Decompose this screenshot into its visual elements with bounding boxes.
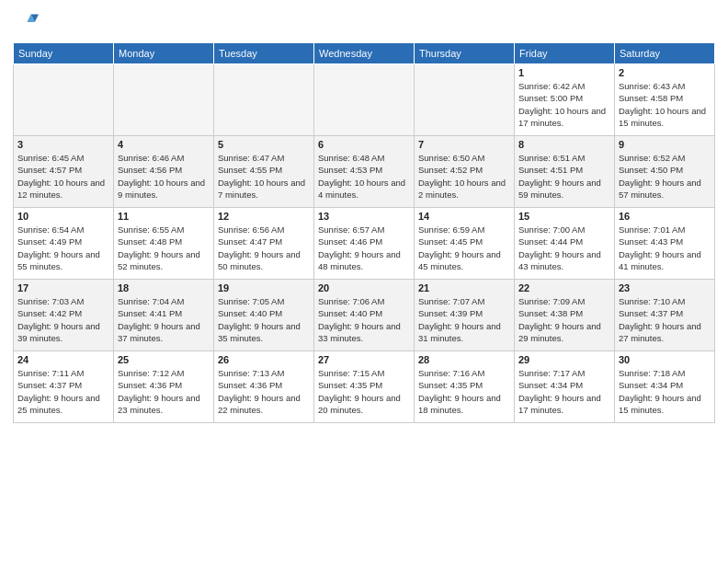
- day-number: 2: [619, 67, 711, 78]
- calendar-cell: [114, 64, 214, 136]
- day-header-friday: Friday: [515, 43, 615, 64]
- day-info: Sunrise: 6:50 AMSunset: 4:52 PMDaylight:…: [418, 152, 510, 201]
- day-info: Sunrise: 7:15 AMSunset: 4:35 PMDaylight:…: [318, 367, 410, 416]
- calendar-cell: 8Sunrise: 6:51 AMSunset: 4:51 PMDaylight…: [515, 136, 615, 208]
- calendar-cell: 17Sunrise: 7:03 AMSunset: 4:42 PMDayligh…: [14, 280, 114, 351]
- day-info: Sunrise: 7:04 AMSunset: 4:41 PMDaylight:…: [118, 295, 210, 344]
- day-info: Sunrise: 6:55 AMSunset: 4:48 PMDaylight:…: [118, 224, 210, 272]
- calendar-cell: 20Sunrise: 7:06 AMSunset: 4:40 PMDayligh…: [314, 280, 415, 351]
- day-number: 9: [619, 139, 711, 150]
- day-number: 13: [318, 211, 410, 222]
- calendar-cell: [314, 64, 415, 136]
- calendar-cell: 4Sunrise: 6:46 AMSunset: 4:56 PMDaylight…: [114, 136, 214, 208]
- header: [13, 9, 715, 35]
- day-info: Sunrise: 7:00 AMSunset: 4:44 PMDaylight:…: [518, 224, 610, 272]
- day-number: 17: [17, 282, 109, 293]
- day-number: 7: [418, 139, 510, 150]
- calendar-cell: 23Sunrise: 7:10 AMSunset: 4:37 PMDayligh…: [615, 280, 715, 351]
- day-info: Sunrise: 7:13 AMSunset: 4:36 PMDaylight:…: [218, 367, 310, 416]
- day-number: 5: [218, 139, 310, 150]
- calendar-week-1: 1Sunrise: 6:42 AMSunset: 5:00 PMDaylight…: [14, 64, 715, 136]
- day-header-monday: Monday: [114, 43, 214, 64]
- calendar-week-5: 24Sunrise: 7:11 AMSunset: 4:37 PMDayligh…: [14, 351, 715, 423]
- day-number: 4: [118, 139, 210, 150]
- calendar-header-row: SundayMondayTuesdayWednesdayThursdayFrid…: [14, 43, 715, 64]
- day-number: 24: [17, 354, 109, 365]
- calendar-cell: 1Sunrise: 6:42 AMSunset: 5:00 PMDaylight…: [515, 64, 615, 136]
- day-info: Sunrise: 7:12 AMSunset: 4:36 PMDaylight:…: [118, 367, 210, 416]
- day-number: 11: [118, 211, 210, 222]
- day-info: Sunrise: 7:03 AMSunset: 4:42 PMDaylight:…: [17, 295, 109, 344]
- calendar-cell: 10Sunrise: 6:54 AMSunset: 4:49 PMDayligh…: [14, 208, 114, 280]
- day-info: Sunrise: 6:45 AMSunset: 4:57 PMDaylight:…: [17, 152, 109, 201]
- calendar-cell: 3Sunrise: 6:45 AMSunset: 4:57 PMDaylight…: [14, 136, 114, 208]
- day-number: 8: [518, 139, 610, 150]
- day-info: Sunrise: 6:47 AMSunset: 4:55 PMDaylight:…: [218, 152, 310, 201]
- day-number: 19: [218, 282, 310, 293]
- day-number: 20: [318, 282, 410, 293]
- day-info: Sunrise: 7:18 AMSunset: 4:34 PMDaylight:…: [619, 367, 711, 416]
- calendar-cell: 21Sunrise: 7:07 AMSunset: 4:39 PMDayligh…: [415, 280, 515, 351]
- day-info: Sunrise: 6:43 AMSunset: 4:58 PMDaylight:…: [619, 80, 711, 129]
- calendar-cell: 19Sunrise: 7:05 AMSunset: 4:40 PMDayligh…: [214, 280, 314, 351]
- day-number: 16: [619, 211, 711, 222]
- day-info: Sunrise: 6:46 AMSunset: 4:56 PMDaylight:…: [118, 152, 210, 201]
- day-number: 22: [518, 282, 610, 293]
- calendar-cell: 12Sunrise: 6:56 AMSunset: 4:47 PMDayligh…: [214, 208, 314, 280]
- day-info: Sunrise: 6:52 AMSunset: 4:50 PMDaylight:…: [619, 152, 711, 201]
- calendar-week-2: 3Sunrise: 6:45 AMSunset: 4:57 PMDaylight…: [14, 136, 715, 208]
- day-info: Sunrise: 7:17 AMSunset: 4:34 PMDaylight:…: [518, 367, 610, 416]
- day-info: Sunrise: 7:16 AMSunset: 4:35 PMDaylight:…: [418, 367, 510, 416]
- day-number: 3: [17, 139, 109, 150]
- day-info: Sunrise: 6:48 AMSunset: 4:53 PMDaylight:…: [318, 152, 410, 201]
- day-number: 18: [118, 282, 210, 293]
- day-number: 23: [619, 282, 711, 293]
- calendar-cell: 29Sunrise: 7:17 AMSunset: 4:34 PMDayligh…: [515, 351, 615, 423]
- calendar-cell: 13Sunrise: 6:57 AMSunset: 4:46 PMDayligh…: [314, 208, 415, 280]
- day-info: Sunrise: 6:57 AMSunset: 4:46 PMDaylight:…: [318, 224, 410, 272]
- day-number: 28: [418, 354, 510, 365]
- day-number: 1: [518, 67, 610, 78]
- page: SundayMondayTuesdayWednesdayThursdayFrid…: [0, 0, 728, 563]
- calendar-cell: 30Sunrise: 7:18 AMSunset: 4:34 PMDayligh…: [615, 351, 715, 423]
- calendar-cell: 27Sunrise: 7:15 AMSunset: 4:35 PMDayligh…: [314, 351, 415, 423]
- day-number: 10: [17, 211, 109, 222]
- day-number: 25: [118, 354, 210, 365]
- day-info: Sunrise: 6:51 AMSunset: 4:51 PMDaylight:…: [518, 152, 610, 201]
- day-info: Sunrise: 7:11 AMSunset: 4:37 PMDaylight:…: [17, 367, 109, 416]
- calendar-cell: 24Sunrise: 7:11 AMSunset: 4:37 PMDayligh…: [14, 351, 114, 423]
- day-info: Sunrise: 7:10 AMSunset: 4:37 PMDaylight:…: [619, 295, 711, 344]
- day-info: Sunrise: 6:42 AMSunset: 5:00 PMDaylight:…: [518, 80, 610, 129]
- calendar-cell: 18Sunrise: 7:04 AMSunset: 4:41 PMDayligh…: [114, 280, 214, 351]
- day-info: Sunrise: 7:09 AMSunset: 4:38 PMDaylight:…: [518, 295, 610, 344]
- day-header-sunday: Sunday: [14, 43, 114, 64]
- logo: [13, 9, 42, 35]
- day-info: Sunrise: 6:54 AMSunset: 4:49 PMDaylight:…: [17, 224, 109, 272]
- calendar-cell: 7Sunrise: 6:50 AMSunset: 4:52 PMDaylight…: [415, 136, 515, 208]
- calendar-cell: 9Sunrise: 6:52 AMSunset: 4:50 PMDaylight…: [615, 136, 715, 208]
- calendar-cell: 14Sunrise: 6:59 AMSunset: 4:45 PMDayligh…: [415, 208, 515, 280]
- day-info: Sunrise: 7:05 AMSunset: 4:40 PMDaylight:…: [218, 295, 310, 344]
- day-info: Sunrise: 7:07 AMSunset: 4:39 PMDaylight:…: [418, 295, 510, 344]
- calendar-cell: 28Sunrise: 7:16 AMSunset: 4:35 PMDayligh…: [415, 351, 515, 423]
- day-header-tuesday: Tuesday: [214, 43, 314, 64]
- calendar-cell: 5Sunrise: 6:47 AMSunset: 4:55 PMDaylight…: [214, 136, 314, 208]
- day-number: 27: [318, 354, 410, 365]
- day-info: Sunrise: 6:59 AMSunset: 4:45 PMDaylight:…: [418, 224, 510, 272]
- day-info: Sunrise: 7:01 AMSunset: 4:43 PMDaylight:…: [619, 224, 711, 272]
- calendar-cell: [415, 64, 515, 136]
- calendar-cell: 6Sunrise: 6:48 AMSunset: 4:53 PMDaylight…: [314, 136, 415, 208]
- calendar-cell: 11Sunrise: 6:55 AMSunset: 4:48 PMDayligh…: [114, 208, 214, 280]
- day-number: 29: [518, 354, 610, 365]
- day-number: 12: [218, 211, 310, 222]
- day-header-wednesday: Wednesday: [314, 43, 415, 64]
- calendar-cell: [14, 64, 114, 136]
- calendar-cell: 25Sunrise: 7:12 AMSunset: 4:36 PMDayligh…: [114, 351, 214, 423]
- calendar-cell: 22Sunrise: 7:09 AMSunset: 4:38 PMDayligh…: [515, 280, 615, 351]
- day-number: 26: [218, 354, 310, 365]
- day-info: Sunrise: 6:56 AMSunset: 4:47 PMDaylight:…: [218, 224, 310, 272]
- calendar-cell: 26Sunrise: 7:13 AMSunset: 4:36 PMDayligh…: [214, 351, 314, 423]
- calendar-cell: 16Sunrise: 7:01 AMSunset: 4:43 PMDayligh…: [615, 208, 715, 280]
- day-number: 15: [518, 211, 610, 222]
- logo-icon: [13, 9, 39, 35]
